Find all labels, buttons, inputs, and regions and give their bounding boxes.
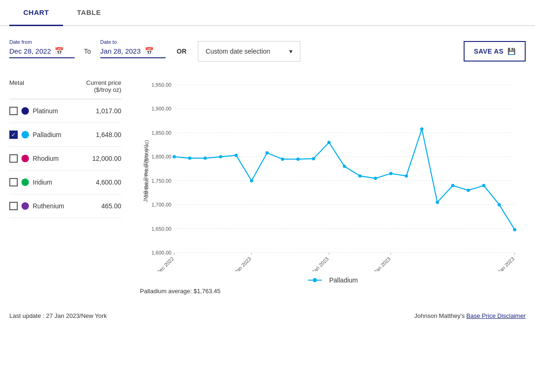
date-from-group: Date from Dec 28, 2022 📅	[9, 39, 75, 58]
calendar-from-icon[interactable]: 📅	[55, 47, 64, 55]
data-point	[498, 203, 501, 206]
metal-dot	[21, 155, 29, 162]
palladium-legend: Palladium	[308, 276, 358, 284]
metal-name: Palladium	[33, 131, 92, 138]
metal-checkbox[interactable]	[9, 107, 18, 115]
tab-table[interactable]: TABLE	[63, 0, 115, 26]
data-point	[343, 165, 346, 168]
data-point	[513, 228, 516, 231]
metal-price: 465.00	[101, 202, 121, 210]
disclaimer: Johnson Matthey's Base Price Disclaimer	[414, 312, 526, 319]
y-tick-label: 1,650.00	[152, 226, 172, 232]
controls-row: Date from Dec 28, 2022 📅 To Date to Jan …	[0, 26, 535, 71]
data-point	[188, 157, 191, 160]
legend-palladium-label: Palladium	[329, 276, 358, 284]
metal-row: Palladium 1,648.00	[9, 123, 121, 147]
metal-table: Metal Current price($/troy oz) Platinum …	[9, 76, 121, 218]
metal-dot	[21, 179, 29, 186]
metal-price: 1,017.00	[96, 107, 122, 115]
date-from-label: Date from	[9, 39, 75, 45]
data-point	[281, 158, 284, 161]
data-point	[265, 151, 269, 155]
metal-row: Ruthenium 465.00	[9, 194, 121, 218]
save-icon: 💾	[507, 48, 516, 55]
date-to-group: Date to Jan 28, 2023 📅	[100, 39, 166, 58]
data-point	[296, 158, 299, 161]
metal-checkbox[interactable]	[9, 178, 18, 186]
y-tick-label: 1,950.00	[152, 82, 172, 88]
data-point	[327, 141, 331, 144]
data-point	[374, 177, 377, 180]
chart-svg: JM Base Price ($/troy oz) 1,950.001,900.…	[135, 76, 530, 271]
date-to-input[interactable]: Jan 28, 2023 📅	[100, 47, 166, 58]
date-to-value: Jan 28, 2023	[100, 47, 141, 55]
x-tick-label: 5 Jan 2023	[230, 256, 252, 271]
data-point	[312, 157, 315, 160]
y-tick-label: 1,600.00	[152, 250, 172, 255]
data-point	[405, 174, 408, 178]
y-tick-label: 1,850.00	[152, 130, 172, 136]
y-tick-label: 1,700.00	[152, 202, 172, 207]
disclaimer-prefix: Johnson Matthey's	[414, 312, 465, 319]
y-tick-label: 1,750.00	[152, 178, 172, 184]
save-as-button[interactable]: SAVE AS 💾	[464, 41, 526, 62]
legend-row: Palladium	[135, 276, 530, 284]
metal-price: 1,648.00	[96, 131, 122, 138]
data-point	[389, 172, 393, 175]
data-point	[420, 127, 424, 131]
metal-dot	[21, 131, 29, 138]
custom-date-select[interactable]: Custom date selection ▾	[198, 41, 300, 62]
metal-price: 4,600.00	[96, 179, 122, 186]
price-col-header: Current price($/troy oz)	[86, 79, 121, 93]
y-tick-label: 1,900.00	[152, 106, 172, 111]
main-content: Metal Current price($/troy oz) Platinum …	[0, 71, 535, 303]
custom-date-label: Custom date selection	[206, 48, 271, 55]
svg-point-1	[313, 278, 317, 282]
metal-rows: Platinum 1,017.00 Palladium 1,648.00 Rho…	[9, 99, 121, 218]
y-tick-label: 1,800.00	[152, 154, 172, 159]
to-separator: To	[84, 48, 91, 55]
date-from-value: Dec 28, 2022	[9, 47, 51, 55]
data-point	[173, 155, 176, 158]
date-from-input[interactable]: Dec 28, 2022 📅	[9, 47, 75, 58]
metal-name: Ruthenium	[33, 202, 97, 210]
last-update-value: 27 Jan 2023/New York	[46, 312, 107, 319]
y-axis-label-text: JM Base Price ($/troy oz)	[144, 140, 149, 197]
data-point	[436, 201, 439, 204]
data-point	[219, 155, 222, 158]
left-panel: Metal Current price($/troy oz) Platinum …	[0, 76, 131, 298]
or-label: OR	[177, 48, 187, 55]
chart-area: JM Base Price ($/troy oz) 1,950.001,900.…	[131, 76, 535, 298]
last-update: Last update : 27 Jan 2023/New York	[9, 312, 107, 319]
average-text: Palladium average: $1,763.45	[135, 284, 530, 298]
metal-checkbox[interactable]	[9, 202, 18, 210]
disclaimer-link[interactable]: Base Price Disclaimer	[466, 312, 526, 319]
tabs-container: CHART TABLE	[0, 0, 535, 26]
metal-row: Platinum 1,017.00	[9, 99, 121, 123]
x-tick-label: 19 Jan 2023	[368, 256, 391, 271]
metal-price: 12,000.00	[92, 155, 121, 162]
metal-checkbox[interactable]	[9, 154, 18, 163]
metal-name: Rhodium	[33, 155, 89, 162]
chevron-down-icon: ▾	[289, 48, 292, 55]
data-point	[250, 179, 253, 182]
legend-line-icon	[308, 277, 327, 283]
save-as-label: SAVE AS	[474, 48, 503, 55]
data-point	[482, 184, 486, 187]
metal-checkbox[interactable]	[9, 131, 18, 139]
data-point	[451, 184, 454, 187]
metal-name: Iridium	[33, 179, 92, 186]
calendar-to-icon[interactable]: 📅	[145, 47, 154, 55]
footer: Last update : 27 Jan 2023/New York Johns…	[0, 308, 535, 324]
date-to-label: Date to	[100, 39, 166, 45]
data-point	[358, 174, 361, 178]
tab-chart[interactable]: CHART	[9, 0, 63, 26]
data-point	[203, 157, 207, 160]
data-point	[235, 154, 238, 157]
metal-row: Rhodium 12,000.00	[9, 147, 121, 171]
x-tick-label: 12 Jan 2023	[306, 256, 329, 271]
metal-header-row: Metal Current price($/troy oz)	[9, 76, 121, 99]
metal-dot	[21, 202, 29, 210]
metal-name: Platinum	[33, 107, 92, 115]
metal-dot	[21, 107, 29, 115]
